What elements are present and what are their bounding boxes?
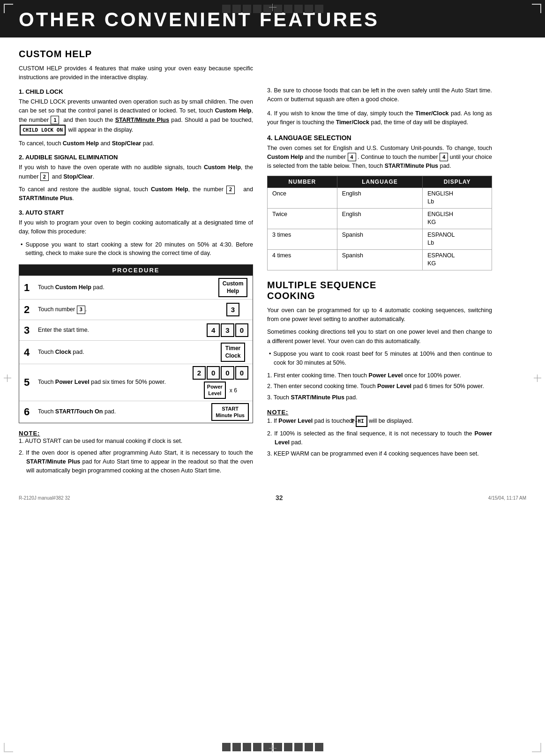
audible-signal-body: If you wish to have the oven operate wit… [19, 163, 253, 181]
content-area: CUSTOM HELP CUSTOM HELP provides 4 featu… [0, 49, 545, 477]
left-note-1: 1. AUTO START can be used for manual coo… [19, 437, 253, 446]
multi-seq-steps: 1. First enter cooking time. Then touch … [267, 371, 492, 402]
auto-start-body: If you wish to program your oven to begi… [19, 218, 253, 237]
right-note-label: NOTE: [267, 409, 492, 416]
auto-start-bullet: Suppose you want to start cooking a stew… [19, 240, 253, 258]
multi-seq-intro-2: Sometimes cooking directions tell you to… [267, 328, 492, 346]
footer-right-text: 4/15/04, 11:17 AM [488, 495, 526, 501]
digit-3b: 3 [221, 323, 234, 337]
child-lock-title: 1. CHILD LOCK [19, 88, 253, 95]
page-container: OTHER CONVENIENT FEATURES CUSTOM HELP CU… [0, 0, 545, 756]
lang-row-4-lang: Spanish [337, 249, 422, 270]
audible-signal-cancel: To cancel and restore the audible signal… [19, 185, 253, 203]
audible-signal-title: 2. AUDIBLE SIGNAL ELIMINATION [19, 154, 253, 161]
timer-clock-key: TimerClock [221, 343, 245, 362]
multi-seq-step-3: 3. Touch START/Minute Plus pad. [267, 393, 492, 402]
step-action-2: 3 [215, 301, 253, 318]
digit-0: 0 [235, 323, 248, 337]
step-num-2: 2 [19, 301, 35, 319]
language-table: NUMBER LANGUAGE DISPLAY Once English ENG… [267, 176, 492, 270]
digit-3: 3 [226, 303, 239, 316]
digit-2: 2 [193, 366, 206, 380]
step-num-1: 1 [19, 279, 35, 297]
right-note-4: 4. If you wish to know the time of day, … [267, 109, 492, 127]
right-column: 3. Be sure to choose foods that can be l… [267, 49, 492, 477]
left-note-list: 1. AUTO START can be used for manual coo… [19, 437, 253, 475]
right-note-section: NOTE: 1. If Power Level pad is touched, … [267, 409, 492, 458]
auto-start-bullets: Suppose you want to start cooking a stew… [19, 240, 253, 258]
multi-seq-bullet: Suppose you want to cook roast beef for … [267, 350, 492, 367]
step-desc-2: Touch number 3. [35, 303, 215, 317]
left-note-2: 2. If the oven door is opened after prog… [19, 449, 253, 475]
lang-row-3-lang: Spanish [337, 229, 422, 249]
page-number: 32 [70, 494, 488, 502]
lang-row-4: 4 times Spanish ESPANOLKG [268, 249, 492, 270]
lang-row-1-lang: English [337, 187, 422, 208]
num-box-4a: 4 [348, 153, 356, 161]
digit-0c: 0 [235, 366, 248, 380]
lang-row-2-lang: English [337, 208, 422, 229]
x6-label: x 6 [230, 387, 237, 394]
procedure-step-1: 1 Touch Custom Help pad. CustomHelp [19, 276, 253, 299]
left-note-section: NOTE: 1. AUTO START can be used for manu… [19, 430, 253, 475]
procedure-header: PROCEDURE [19, 265, 253, 276]
right-note-list: 1. If Power Level pad is touched, P-HI w… [267, 416, 492, 458]
step-action-6: STARTMinute Plus [209, 401, 253, 423]
right-note-item-3: 3. KEEP WARM can be programmed even if 4… [267, 449, 492, 458]
child-lock-body: The CHILD LOCK prevents unwanted oven op… [19, 97, 253, 135]
lang-row-2-num: Twice [268, 208, 337, 229]
corner-tl [4, 4, 13, 13]
step-action-4: TimerClock [215, 341, 253, 364]
num-box-2b: 2 [226, 186, 235, 194]
num-box-4b: 4 [440, 153, 448, 161]
digit-0a: 0 [207, 366, 220, 380]
multi-seq-intro-1: Your oven can be programmed for up to 4 … [267, 306, 492, 324]
num-box-2a: 2 [40, 172, 49, 181]
start-minute-ref: START/Minute Plus [115, 117, 169, 123]
crosshair-bottom [269, 745, 276, 752]
child-lock-display: CHILD LOCK ON [20, 125, 66, 135]
footer-left-text: R-2120J manual#382 32 [19, 495, 70, 501]
lang-row-3-display: ESPANOLLb [423, 229, 492, 249]
left-column: CUSTOM HELP CUSTOM HELP provides 4 featu… [19, 49, 253, 477]
corner-br [532, 743, 541, 752]
digits-row-2000: 2 0 0 0 [192, 366, 249, 380]
multi-seq-step-1: 1. First enter cooking time. Then touch … [267, 371, 492, 380]
step-num-6: 6 [19, 403, 35, 421]
child-lock-cancel: To cancel, touch Custom Help and Stop/Cl… [19, 139, 253, 148]
lang-row-1-display: ENGLISHLb [423, 187, 492, 208]
step-num-5: 5 [19, 374, 35, 391]
step-num-3: 3 [19, 322, 35, 339]
digit-4: 4 [207, 323, 220, 337]
crosshair-left [4, 374, 11, 382]
step-desc-5: Touch Power Level pad six times for 50% … [35, 375, 190, 389]
corner-tr [532, 4, 541, 13]
start-minute-plus-key: STARTMinute Plus [211, 403, 249, 421]
step-desc-4: Touch Clock pad. [35, 345, 215, 359]
lang-col-language: LANGUAGE [337, 176, 422, 187]
multi-seq-step-2: 2. Then enter second cooking time. Touch… [267, 382, 492, 391]
step-action-3: 4 3 0 [204, 322, 253, 339]
num-box-1: 1 [51, 116, 59, 124]
procedure-step-2: 2 Touch number 3. 3 [19, 299, 253, 320]
procedure-step-5: 5 Touch Power Level pad six times for 50… [19, 364, 253, 400]
lang-row-1: Once English ENGLISHLb [268, 187, 492, 208]
lang-row-4-num: 4 times [268, 249, 337, 270]
lang-row-1-num: Once [268, 187, 337, 208]
lang-col-display: DISPLAY [423, 176, 492, 187]
lang-col-number: NUMBER [268, 176, 337, 187]
lang-row-2: Twice English ENGLISHKG [268, 208, 492, 229]
power-level-row: PowerLevel x 6 [204, 382, 237, 398]
crosshair-top [269, 4, 276, 11]
digit-0b: 0 [221, 366, 234, 380]
custom-help-key: CustomHelp [218, 278, 248, 297]
custom-help-intro: CUSTOM HELP provides 4 features that mak… [19, 64, 253, 82]
p-hi-display: P-HI [356, 416, 367, 427]
multi-seq-title: MULTIPLE SEQUENCECOOKING [267, 280, 492, 301]
lang-row-3: 3 times Spanish ESPANOLLb [268, 229, 492, 249]
step-desc-1: Touch Custom Help pad. [35, 281, 215, 295]
corner-bl [4, 743, 13, 752]
multi-seq-bullets: Suppose you want to cook roast beef for … [267, 350, 492, 367]
lang-row-4-display: ESPANOLKG [423, 249, 492, 270]
lang-selection-title: 4. LANGUAGE SELECTION [267, 134, 492, 142]
